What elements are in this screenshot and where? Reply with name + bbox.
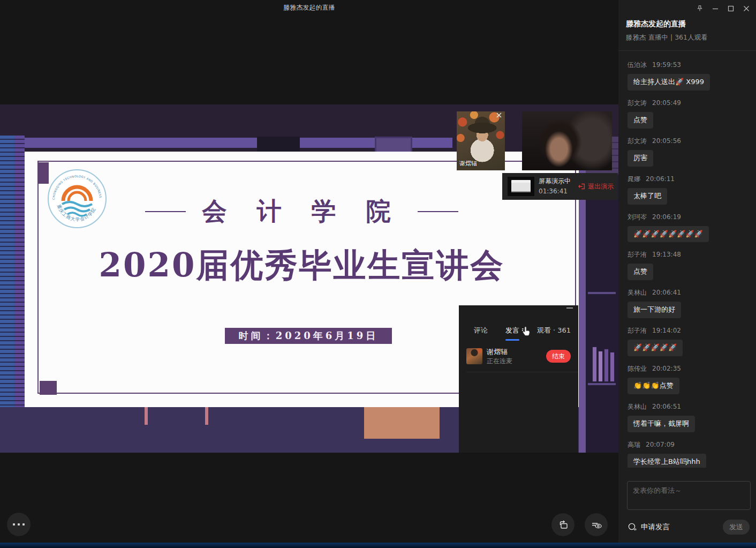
chat-bubble: 点赞 (628, 264, 653, 280)
chat-message: 彭文涛20:05:49点赞 (628, 99, 751, 129)
slide-corner-square (40, 381, 57, 395)
tab-viewers[interactable]: 观看 · 361 (537, 326, 571, 335)
chat-message: 吴林山20:06:41旅一下游的好 (628, 288, 751, 318)
end-connection-button[interactable]: 结束 (546, 350, 571, 363)
chat-time: 20:06:11 (646, 175, 675, 183)
chat-user: 彭文涛 (628, 137, 647, 145)
avatar (466, 348, 482, 364)
chat-message: 高瑞20:07:09学长经常上B站吗hhh (628, 440, 751, 468)
window-switch-icon (557, 519, 570, 531)
shelf-line (588, 383, 616, 385)
stream-status: 滕雅杰 直播中 | 361人观看 (626, 33, 708, 42)
speaker-video-thumbnail[interactable]: 谢熠辐 (457, 111, 505, 170)
toggle-comments-button[interactable] (585, 513, 608, 536)
screen-share-preview (508, 177, 534, 196)
chat-message: 陈传业20:02:35👏👏👏点赞 (628, 364, 751, 394)
chat-time: 20:06:19 (652, 213, 681, 221)
more-options-button[interactable] (7, 513, 31, 536)
chat-time: 19:59:53 (652, 61, 681, 69)
chat-time: 20:07:09 (646, 441, 675, 448)
chat-bubble: 学长经常上B站吗hhh (628, 454, 706, 468)
tab-speakers[interactable]: 发言 (505, 326, 519, 335)
chat-bubble: 厉害 (628, 150, 653, 167)
chat-bubble: 🚀🚀🚀🚀🚀 (628, 340, 683, 356)
chat-user: 刘珂岑 (628, 213, 647, 221)
chat-time: 20:05:56 (652, 137, 681, 145)
speaker-name-label: 谢熠辐 (459, 160, 477, 168)
chat-user: 晁娜 (628, 175, 640, 183)
chat-time: 20:06:41 (652, 289, 681, 296)
speaker-name: 谢熠辐 (487, 347, 512, 357)
chat-time: 20:05:49 (652, 99, 681, 107)
scene-table-leg (205, 407, 208, 425)
request-speak-button[interactable]: 申请发言 (627, 522, 670, 532)
chat-bubble: 太棒了吧 (628, 188, 667, 205)
composer-actions: 申请发言 发送 (627, 520, 750, 535)
ellipsis-icon (13, 523, 25, 526)
mouse-cursor (520, 325, 532, 338)
exit-presentation-button[interactable]: 退出演示 (577, 182, 614, 191)
send-button[interactable]: 发送 (723, 520, 750, 535)
comment-speak-panel: 评论 发言 观看 · 361 谢熠辐 正在连麦 结束 (459, 305, 578, 453)
list-eye-icon (590, 519, 603, 531)
header-divider (618, 50, 756, 51)
pin-window-button[interactable] (695, 4, 704, 13)
chat-user: 陈传业 (628, 365, 647, 372)
chat-user: 吴林山 (628, 403, 647, 410)
chat-bubble: 愣着干嘛，截屏啊 (628, 416, 695, 432)
maximize-icon (728, 5, 734, 12)
chat-user: 彭子洧 (628, 327, 647, 334)
close-window-button[interactable] (742, 4, 751, 13)
minimize-icon (712, 5, 719, 12)
chat-message: 伍泊冰19:59:53给主持人送出🚀 X999 (628, 61, 751, 91)
chat-message: 彭子洧19:13:48点赞 (628, 250, 751, 280)
taskbar-strip (0, 543, 756, 548)
window-controls (695, 4, 751, 13)
chat-bubble: 给主持人送出🚀 X999 (628, 74, 710, 91)
app-window: 滕雅杰发起的直播 (0, 0, 756, 548)
chat-bubble: 🚀🚀🚀🚀🚀🚀🚀🚀 (628, 226, 709, 243)
minimize-window-button[interactable] (711, 4, 720, 13)
book-spine (598, 351, 603, 382)
speaker-status: 正在连麦 (487, 357, 512, 366)
exit-presentation-label: 退出演示 (588, 182, 614, 191)
close-icon[interactable] (495, 112, 503, 121)
chat-message: 彭文涛20:05:56厉害 (628, 137, 751, 167)
active-tab-underline (505, 339, 519, 341)
raise-hand-icon (627, 522, 638, 532)
chat-message: 彭子洧19:14:02🚀🚀🚀🚀🚀 (628, 326, 751, 356)
title-rule-right (418, 211, 458, 212)
chat-bubble: 👏👏👏点赞 (628, 378, 679, 394)
panel-tabs: 评论 发言 观看 · 361 (459, 326, 578, 335)
window-title: 滕雅杰发起的直播 (0, 0, 618, 15)
switch-layout-button[interactable] (551, 513, 574, 536)
chat-user: 彭子洧 (628, 251, 647, 258)
panel-minimize-icon[interactable] (566, 307, 573, 309)
connected-speaker-row: 谢熠辐 正在连麦 结束 (459, 344, 578, 369)
chat-sidebar: 滕雅杰发起的直播 滕雅杰 直播中 | 361人观看 伍泊冰19:59:53给主持… (618, 0, 756, 543)
scene-table-leg (145, 407, 148, 425)
scene-blinds (0, 136, 25, 407)
book-spine (592, 347, 597, 382)
tab-comments[interactable]: 评论 (474, 326, 488, 335)
chat-message-list[interactable]: 伍泊冰19:59:53给主持人送出🚀 X999彭文涛20:05:49点赞彭文涛2… (628, 61, 751, 468)
pin-icon (696, 5, 704, 12)
host-video-thumbnail[interactable] (522, 111, 612, 170)
exit-door-icon (577, 182, 586, 191)
maximize-window-button[interactable] (727, 4, 735, 13)
book-spine (610, 352, 615, 382)
live-main-area: 滕雅杰发起的直播 (0, 0, 618, 543)
title-rule-left (145, 211, 186, 212)
chat-message: 吴林山20:06:51愣着干嘛，截屏啊 (628, 402, 751, 432)
chat-user: 吴林山 (628, 289, 647, 296)
request-speak-label: 申请发言 (641, 522, 670, 532)
screen-share-bar: 屏幕演示中 01:36:41 退出演示 (502, 173, 618, 200)
chat-input[interactable] (627, 481, 751, 510)
panel-divider (466, 372, 578, 372)
live-video-area[interactable]: CHONGQING TECHNOLOGY AND BUSINESS UNIVER… (0, 104, 618, 453)
chat-time: 20:06:51 (652, 403, 681, 410)
slide-time-banner: 时间：2020年6月19日 (225, 328, 392, 344)
screen-share-status: 屏幕演示中 (539, 176, 571, 186)
chat-bubble: 旅一下游的好 (628, 302, 681, 318)
tab-speakers-label: 发言 (505, 326, 519, 334)
